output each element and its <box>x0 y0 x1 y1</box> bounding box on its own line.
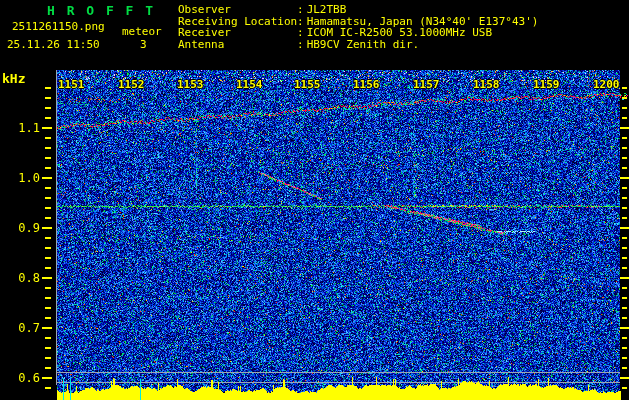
info-row-observer: Observer:JL2TBB <box>178 4 538 16</box>
hrofft-screen: H R O F F T 2511261150.png meteor 25.11.… <box>0 0 629 400</box>
time-tick-label: 1157 <box>413 78 440 91</box>
freq-tick-label: 0.7 <box>2 321 40 335</box>
info-value: HB9CV Zenith dir. <box>307 38 420 51</box>
datetime: 25.11.26 11:50 <box>7 39 100 51</box>
freq-tick-label: 1.0 <box>2 171 40 185</box>
info-label: Antenna <box>178 39 297 51</box>
app-title: H R O F F T <box>47 3 155 18</box>
info-separator: : <box>297 38 304 51</box>
time-tick-label: 1200 <box>593 78 620 91</box>
meteor-count: 3 <box>140 39 147 51</box>
mode-label: meteor <box>122 26 162 38</box>
time-tick-label: 1152 <box>118 78 145 91</box>
spectrogram-canvas <box>0 0 629 400</box>
info-row-antenna: Antenna:HB9CV Zenith dir. <box>178 39 538 51</box>
freq-tick-label: 0.6 <box>2 371 40 385</box>
time-tick-label: 1158 <box>473 78 500 91</box>
y-axis-unit-label: kHz <box>2 71 25 86</box>
station-info: Observer:JL2TBB Receiving Location:Hamam… <box>178 4 538 50</box>
time-tick-label: 1155 <box>294 78 321 91</box>
freq-tick-label: 1.1 <box>2 121 40 135</box>
filename: 2511261150.png <box>12 21 105 33</box>
info-label: Observer <box>178 4 297 16</box>
time-tick-label: 1159 <box>533 78 560 91</box>
freq-tick-label: 0.9 <box>2 221 40 235</box>
time-tick-label: 1151 <box>58 78 85 91</box>
time-tick-label: 1154 <box>236 78 263 91</box>
freq-tick-label: 0.8 <box>2 271 40 285</box>
time-tick-label: 1153 <box>177 78 204 91</box>
time-tick-label: 1156 <box>353 78 380 91</box>
